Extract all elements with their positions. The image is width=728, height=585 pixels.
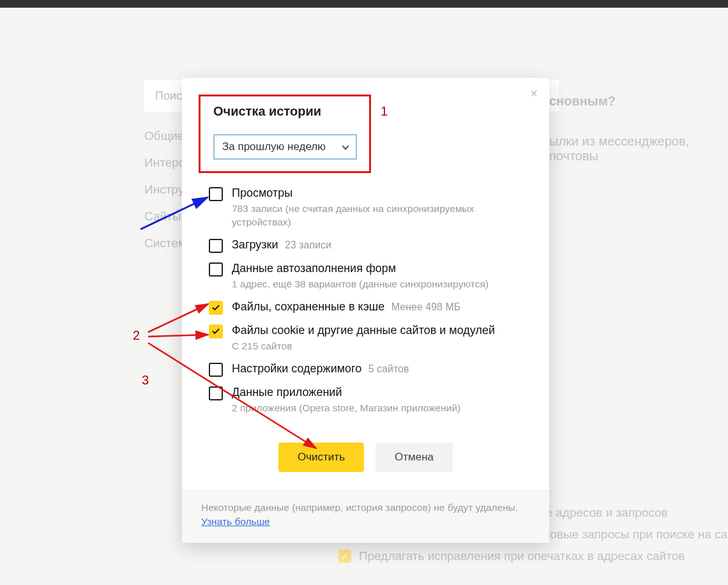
learn-more-link[interactable]: Узнать больше: [201, 516, 270, 528]
checkbox-list: Просмотры 783 записи (не считая данных н…: [182, 173, 549, 425]
option-downloads: Загрузки 23 записи: [209, 234, 530, 257]
clear-button[interactable]: Очистить: [278, 443, 364, 472]
checkbox[interactable]: [209, 363, 223, 377]
checkbox[interactable]: [209, 324, 223, 338]
checkbox[interactable]: [209, 187, 223, 201]
checkbox[interactable]: [209, 386, 223, 400]
option-browsing: Просмотры 783 записи (не считая данных н…: [209, 182, 530, 234]
option-cache: Файлы, сохраненные в кэше Менее 498 МБ: [209, 296, 530, 319]
bg-checkbox-icon: ✓: [338, 550, 351, 563]
option-sub: 1 адрес, ещё 38 вариантов (данные синхро…: [232, 278, 530, 291]
highlight-box-1: Очистка истории За прошлую неделю: [199, 95, 371, 173]
option-content-settings: Настройки содержимого 5 сайтов: [209, 358, 530, 381]
option-sub: 23 записи: [285, 239, 331, 250]
dialog-title: Очистка истории: [213, 104, 355, 119]
option-label: Данные приложений: [232, 386, 342, 399]
option-sub: С 215 сайтов: [232, 340, 530, 353]
option-label: Настройки содержимого: [232, 362, 361, 375]
checkbox[interactable]: [209, 301, 223, 315]
right-sub: ылки из мессенджеров, почтовы: [549, 134, 728, 163]
time-range-select[interactable]: За прошлую неделю: [213, 134, 357, 160]
option-app-data: Данные приложений 2 приложения (Opera st…: [209, 381, 530, 420]
option-label: Загрузки: [232, 238, 278, 251]
cancel-button[interactable]: Отмена: [375, 443, 453, 472]
annotation-number-2: 2: [133, 328, 140, 343]
dialog-actions: Очистить Отмена: [182, 425, 549, 490]
dialog-footer: Некоторые данные (например, история запр…: [182, 490, 549, 543]
option-label: Данные автозаполнения форм: [232, 262, 396, 275]
right-heading: сновным?: [549, 94, 728, 109]
checkbox[interactable]: [209, 262, 223, 277]
time-range-value: За прошлую неделю: [222, 141, 326, 153]
clear-history-dialog: × Очистка истории За прошлую неделю Прос…: [182, 78, 549, 543]
window-topbar: [0, 0, 728, 8]
option-label: Файлы, сохраненные в кэше: [232, 300, 384, 313]
footer-text: Некоторые данные (например, история запр…: [201, 502, 518, 513]
option-label: Просмотры: [232, 186, 292, 199]
annotation-number-1: 1: [381, 104, 388, 119]
right-panel: сновным? ылки из мессенджеров, почтовы: [549, 94, 728, 163]
option-sub: Менее 498 МБ: [391, 301, 460, 312]
option-label: Файлы cookie и другие данные сайтов и мо…: [232, 324, 495, 337]
option-sub: 2 приложения (Opera store, Магазин прило…: [232, 402, 530, 415]
annotation-number-3: 3: [142, 373, 149, 388]
checkbox[interactable]: [209, 239, 223, 253]
option-autofill: Данные автозаполнения форм 1 адрес, ещё …: [209, 257, 530, 296]
option-sub: 5 сайтов: [368, 363, 409, 374]
chevron-down-icon: [342, 142, 349, 149]
bg-option: Предлагать исправления при опечатках в а…: [359, 549, 685, 563]
option-sub: 783 записи (не считая данных на синхрони…: [232, 202, 530, 229]
option-cookies: Файлы cookie и другие данные сайтов и мо…: [209, 319, 530, 358]
close-icon[interactable]: ×: [527, 87, 540, 100]
